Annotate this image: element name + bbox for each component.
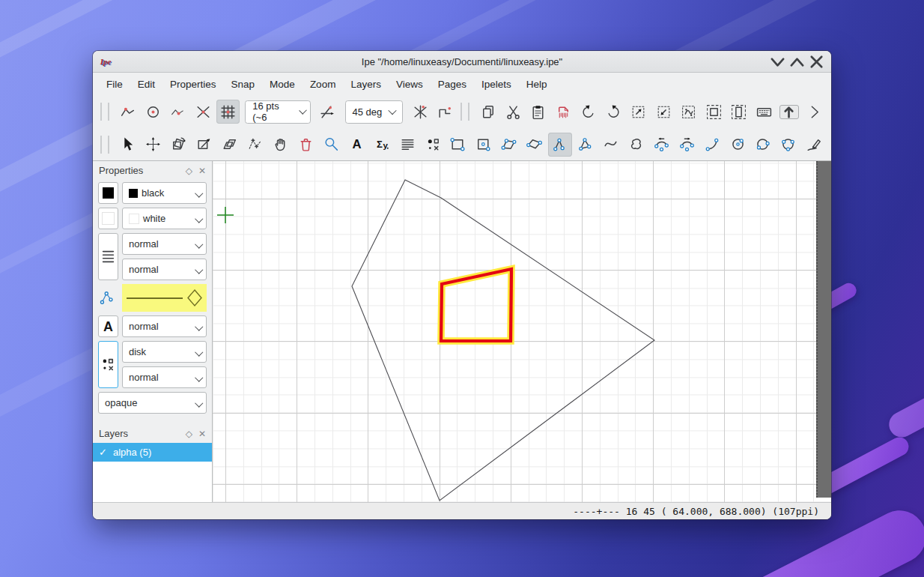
parallelogram-tool-button[interactable] [497,133,521,157]
close-button[interactable] [810,55,822,67]
arrow-settings-button[interactable] [98,284,118,312]
menu-edit[interactable]: Edit [130,76,162,93]
mark-shape-button[interactable] [98,341,118,388]
menu-ipelets[interactable]: Ipelets [474,76,519,93]
dash-style-dropdown[interactable]: normal [122,259,207,280]
angle-size-dropdown[interactable]: 45 deg [345,100,404,124]
edit-vertices-button[interactable] [243,133,267,157]
marks-button[interactable] [421,133,445,157]
menu-mode[interactable]: Mode [262,76,303,93]
arc-corner-tool-button[interactable] [700,133,724,157]
zoom-tool-button[interactable] [319,133,343,157]
rhombus-tool-button[interactable] [523,133,547,157]
close-panel-icon[interactable]: ✕ [198,166,206,176]
mark-size-dropdown[interactable]: normal [122,366,207,388]
snap-control-point-button[interactable] [166,100,189,124]
snap-grid-button[interactable] [216,100,240,124]
fill-color-button[interactable] [98,208,118,229]
polygon-tool-button[interactable] [574,133,598,157]
pan-mode-button[interactable] [269,133,293,157]
zoom-in-button[interactable] [627,100,650,124]
ink-tool-button[interactable] [802,133,826,157]
path-style-preview[interactable] [122,284,207,312]
automatic-angle-snap-button[interactable] [434,100,457,124]
chevron-down-icon [299,106,307,115]
delete-object-button[interactable] [294,133,317,157]
select-mode-button[interactable] [116,133,140,157]
shear-mode-button[interactable] [218,133,242,157]
maximize-button[interactable] [791,55,803,67]
menu-views[interactable]: Views [389,76,431,93]
fill-color-dropdown[interactable]: white [122,208,207,229]
text-style-button[interactable]: A [98,315,118,337]
stroke-color-dropdown[interactable]: black [122,182,207,204]
copy-button[interactable] [476,100,499,124]
math-label-button[interactable]: Σy [370,133,394,157]
toolbar-drag-handle[interactable] [461,103,469,121]
spline-tool-button[interactable] [599,133,623,157]
rectangle-tool-button[interactable] [446,133,470,157]
toolbar-overflow-button[interactable] [803,100,826,124]
mark-shape-dropdown[interactable]: disk [122,341,207,363]
translate-mode-button[interactable] [142,133,165,157]
zoom-out-button[interactable] [652,100,675,124]
menu-pages[interactable]: Pages [431,76,474,93]
fit-page-width-button[interactable] [727,100,750,124]
polyline-tool-button[interactable] [548,133,572,157]
menu-help[interactable]: Help [519,76,555,93]
undo-button[interactable] [577,100,600,124]
titlebar[interactable]: Ipe "/home/linuxeasy/Documenti/linuxeasy… [93,51,831,73]
toolbar-drag-handle[interactable] [100,103,109,121]
minimize-button[interactable] [771,55,783,67]
canvas-area[interactable] [213,161,831,502]
menu-properties[interactable]: Properties [162,76,224,93]
drawing-canvas[interactable] [213,161,831,502]
delete-button[interactable] [552,100,575,124]
cut-button[interactable] [502,100,525,124]
toolbar-drag-handle[interactable] [100,136,109,154]
float-panel-icon[interactable]: ◇ [186,166,192,176]
paragraph-button[interactable] [395,133,419,157]
closed-spline-tool-button[interactable] [624,133,648,157]
circle-3points-tool-button[interactable] [776,133,800,157]
snap-intersection-button[interactable] [191,100,214,124]
snap-boundary-button[interactable] [141,100,164,124]
custom-angle-snap-button[interactable] [408,100,431,124]
menu-snap[interactable]: Snap [224,76,263,93]
snap-vertex-button[interactable] [116,100,139,124]
opacity-dropdown[interactable]: opaque [98,392,207,414]
snap-boundary-icon [145,103,162,121]
rectangle-center-tool-button[interactable] [472,133,496,157]
grid-size-dropdown[interactable]: 16 pts (~6 [245,100,311,124]
layer-row-alpha[interactable]: ✓ alpha (5) [93,443,212,462]
menubar: File Edit Properties Snap Mode Zoom Laye… [93,73,831,95]
text-label-button[interactable]: A [344,133,368,157]
arc-cw-tool-button[interactable] [675,133,699,157]
pen-width-dropdown[interactable]: normal [122,233,207,255]
angular-snap-button[interactable] [316,100,339,124]
text-size-dropdown[interactable]: normal [122,315,207,337]
close-panel-icon[interactable]: ✕ [198,429,206,439]
menu-layers[interactable]: Layers [343,76,389,93]
layer-visible-checkmark[interactable]: ✓ [99,447,107,458]
menu-zoom[interactable]: Zoom [303,76,344,93]
circle-tool-button[interactable] [751,133,775,157]
mode-toolbar: A Σy [93,128,831,161]
fit-selection-button[interactable] [677,100,700,124]
stroke-color-button[interactable] [98,182,118,204]
chevron-down-icon [195,189,203,197]
keyboard-icon [756,103,773,121]
menu-file[interactable]: File [99,76,130,93]
view-marker-button[interactable] [779,105,799,119]
circle-center-tool-button[interactable] [726,133,750,157]
rhombus-icon [526,136,543,153]
paste-button[interactable] [526,100,550,124]
float-panel-icon[interactable]: ◇ [186,429,192,439]
rotate-mode-button[interactable] [167,133,191,157]
pen-width-button[interactable] [98,233,118,280]
keyboard-button[interactable] [752,100,775,124]
fit-page-button[interactable] [702,100,726,124]
arc-ccw-tool-button[interactable] [649,133,673,157]
stretch-mode-button[interactable] [192,133,216,157]
redo-button[interactable] [602,100,625,124]
